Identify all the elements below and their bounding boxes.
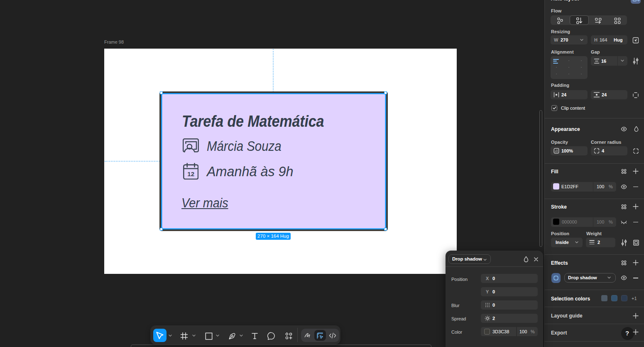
svg-text:12: 12 bbox=[187, 170, 194, 177]
